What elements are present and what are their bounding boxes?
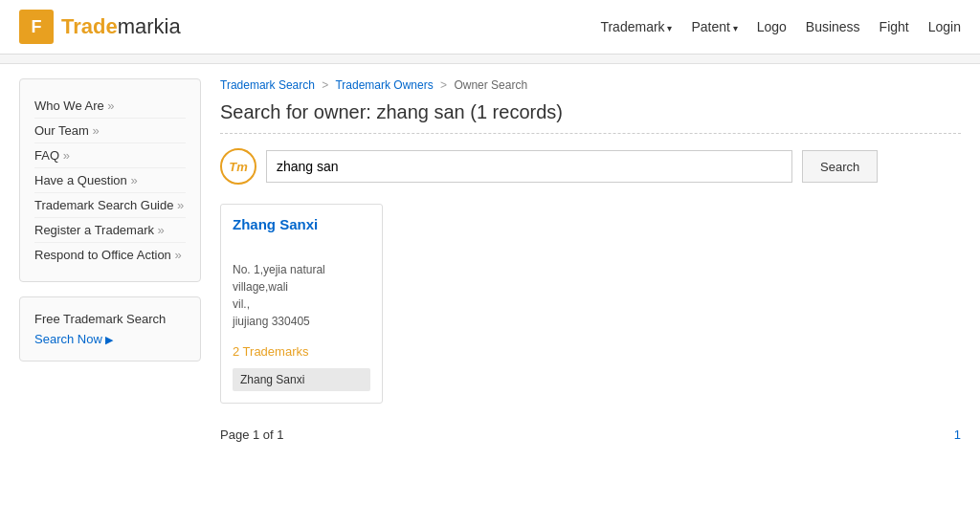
logo[interactable]: F Trademarkia [19, 10, 181, 44]
breadcrumb: Trademark Search > Trademark Owners > Ow… [220, 78, 961, 92]
nav-fight[interactable]: Fight [880, 19, 909, 34]
sidebar-item-our-team[interactable]: Our Team [34, 119, 186, 143]
main-nav: Trademark Patent Logo Business Fight Log… [600, 19, 961, 34]
sub-header [0, 55, 980, 64]
search-bar: Tm Search [220, 148, 961, 185]
nav-trademark[interactable]: Trademark [600, 19, 672, 34]
sidebar-item-register-trademark[interactable]: Register a Trademark [34, 218, 186, 243]
sidebar-item-have-question[interactable]: Have a Question [34, 168, 186, 193]
sidebar-item-faq[interactable]: FAQ [34, 143, 186, 168]
sidebar: Who We Are Our Team FAQ Have a Question … [19, 78, 201, 442]
result-tag: Zhang Sanxi [233, 368, 370, 391]
breadcrumb-owner-search: Owner Search [454, 78, 527, 92]
sidebar-nav-box: Who We Are Our Team FAQ Have a Question … [19, 78, 201, 282]
result-trademarks-link[interactable]: 2 Trademarks [233, 344, 370, 359]
nav-patent[interactable]: Patent [691, 19, 737, 34]
site-header: F Trademarkia Trademark Patent Logo Busi… [0, 0, 980, 55]
page-info: Page 1 of 1 [220, 427, 284, 442]
pagination-page-1[interactable]: 1 [954, 427, 961, 442]
search-logo-text: Tm [229, 160, 248, 174]
search-heading: Search for owner: zhang san (1 records) [220, 101, 961, 134]
result-card: Zhang Sanxi No. 1,yejia natural village,… [220, 204, 383, 404]
search-input[interactable] [266, 150, 792, 183]
logo-icon: F [19, 10, 54, 44]
sidebar-search-now-link[interactable]: Search Now ▶ [34, 332, 113, 346]
sidebar-item-respond-office-action[interactable]: Respond to Office Action [34, 243, 186, 267]
main-layout: Who We Are Our Team FAQ Have a Question … [0, 64, 980, 456]
sidebar-item-trademark-search-guide[interactable]: Trademark Search Guide [34, 193, 186, 218]
nav-login[interactable]: Login [928, 19, 961, 34]
sidebar-free-search-box: Free Trademark Search Search Now ▶ [19, 296, 201, 362]
sidebar-free-search-title: Free Trademark Search [34, 312, 186, 326]
breadcrumb-sep-1: > [322, 78, 328, 92]
result-address: No. 1,yejia natural village,wali vil., j… [233, 261, 370, 330]
logo-letter: F [32, 17, 42, 37]
main-content: Trademark Search > Trademark Owners > Ow… [220, 78, 961, 442]
breadcrumb-sep-2: > [440, 78, 447, 92]
arrow-right-icon: ▶ [105, 334, 113, 345]
sidebar-item-who-we-are[interactable]: Who We Are [34, 94, 186, 119]
pagination: Page 1 of 1 1 [220, 427, 961, 442]
search-button[interactable]: Search [802, 150, 878, 183]
result-name[interactable]: Zhang Sanxi [233, 216, 370, 232]
breadcrumb-trademark-owners[interactable]: Trademark Owners [335, 78, 433, 92]
nav-logo[interactable]: Logo [757, 19, 787, 34]
logo-text: Trademarkia [61, 14, 181, 39]
nav-business[interactable]: Business [806, 19, 860, 34]
search-logo: Tm [220, 148, 256, 185]
breadcrumb-trademark-search[interactable]: Trademark Search [220, 78, 315, 92]
